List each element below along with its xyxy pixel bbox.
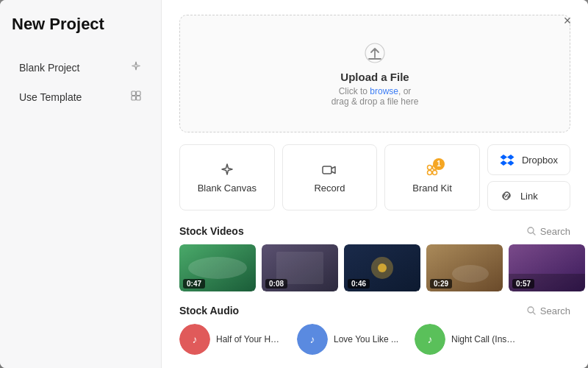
- upload-icon: [363, 41, 387, 65]
- svg-point-9: [433, 170, 437, 174]
- audio-item-3[interactable]: ♪ Night Call (Instr...: [415, 324, 525, 355]
- video-duration-2: 0:08: [265, 279, 287, 289]
- browse-link[interactable]: browse: [370, 86, 398, 96]
- use-template-label: Use Template: [19, 91, 82, 103]
- record-label: Record: [314, 183, 345, 194]
- stock-videos-title: Stock Videos: [179, 225, 244, 237]
- blank-project-label: Blank Project: [19, 62, 79, 74]
- brand-kit-option[interactable]: 1 Brand Kit: [384, 144, 480, 210]
- dropbox-label: Dropbox: [522, 155, 558, 166]
- svg-point-10: [528, 227, 534, 233]
- modal-title: New Project: [12, 15, 149, 34]
- svg-point-17: [378, 263, 387, 272]
- close-button[interactable]: ×: [559, 12, 576, 29]
- upload-subtitle: Click to browse, ordrag & drop a file he…: [331, 86, 419, 107]
- svg-point-12: [188, 257, 247, 279]
- template-icon: [130, 90, 142, 105]
- svg-point-8: [428, 170, 432, 174]
- audio-item-1[interactable]: ♪ Half of Your He...: [179, 324, 290, 355]
- svg-point-22: [528, 307, 534, 313]
- options-row: Blank Canvas Record: [179, 144, 570, 210]
- audio-label-2: Love You Like ...: [334, 334, 398, 344]
- main-content: Upload a File Click to browse, ordrag & …: [162, 0, 588, 368]
- video-duration-3: 0:46: [348, 279, 370, 289]
- video-thumb-3[interactable]: 0:46: [344, 244, 420, 291]
- svg-text:♪: ♪: [310, 333, 315, 345]
- record-icon: [321, 162, 337, 178]
- sparkle-canvas-icon: [219, 162, 235, 178]
- external-options: Dropbox Link: [487, 144, 570, 210]
- stock-videos-search[interactable]: Search: [526, 226, 570, 237]
- brand-icon: 1: [424, 162, 440, 178]
- audio-item-2[interactable]: ♪ Love You Like ...: [297, 324, 407, 355]
- dropbox-icon: [500, 152, 514, 167]
- link-option[interactable]: Link: [487, 181, 570, 210]
- video-duration-4: 0:29: [430, 279, 452, 289]
- audio-search-icon: [526, 305, 537, 316]
- video-thumb-2[interactable]: 0:08: [262, 244, 338, 291]
- sidebar-item-blank-project[interactable]: Blank Project: [12, 54, 149, 81]
- svg-rect-1: [137, 91, 141, 96]
- upload-area[interactable]: Upload a File Click to browse, ordrag & …: [179, 15, 570, 132]
- stock-audio-header: Stock Audio Search: [179, 305, 570, 316]
- svg-rect-3: [137, 96, 141, 101]
- link-label: Link: [520, 191, 538, 202]
- video-thumb-5[interactable]: 0:57: [509, 244, 585, 291]
- blank-canvas-label: Blank Canvas: [198, 183, 257, 194]
- svg-rect-0: [132, 91, 136, 96]
- sidebar-item-use-template[interactable]: Use Template: [12, 84, 149, 110]
- stock-videos-header: Stock Videos Search: [179, 225, 570, 237]
- sidebar: New Project Blank Project Use Template: [0, 0, 162, 368]
- blank-canvas-option[interactable]: Blank Canvas: [179, 144, 275, 210]
- stock-audio-title: Stock Audio: [179, 305, 239, 316]
- stock-videos-row: 0:47 0:08 0:46: [179, 244, 570, 291]
- svg-text:♪: ♪: [193, 333, 198, 345]
- new-project-modal: × New Project Blank Project Use Template: [0, 0, 588, 368]
- svg-text:♪: ♪: [428, 333, 433, 345]
- svg-rect-2: [132, 96, 136, 101]
- dropbox-option[interactable]: Dropbox: [487, 144, 570, 175]
- stock-audio-row: ♪ Half of Your He... ♪ Love You Like ...…: [179, 324, 570, 355]
- stock-audio-search[interactable]: Search: [526, 305, 570, 316]
- svg-rect-5: [323, 166, 331, 174]
- video-thumb-1[interactable]: 0:47: [179, 244, 256, 291]
- record-option[interactable]: Record: [282, 144, 378, 210]
- upload-title: Upload a File: [340, 71, 409, 83]
- brand-kit-badge: 1: [433, 158, 445, 170]
- stock-videos-search-label: Search: [540, 226, 570, 237]
- search-icon: [526, 226, 537, 236]
- brand-kit-label: Brand Kit: [412, 183, 451, 194]
- audio-label-3: Night Call (Instr...: [451, 334, 517, 344]
- audio-label-1: Half of Your He...: [216, 334, 282, 344]
- svg-point-6: [428, 165, 432, 169]
- sparkle-icon: [130, 60, 142, 75]
- svg-point-19: [452, 265, 489, 283]
- video-duration-5: 0:57: [512, 279, 534, 289]
- video-thumb-4[interactable]: 0:29: [426, 244, 503, 291]
- link-icon: [500, 189, 513, 202]
- stock-audio-search-label: Search: [540, 305, 570, 316]
- video-duration-1: 0:47: [183, 279, 205, 289]
